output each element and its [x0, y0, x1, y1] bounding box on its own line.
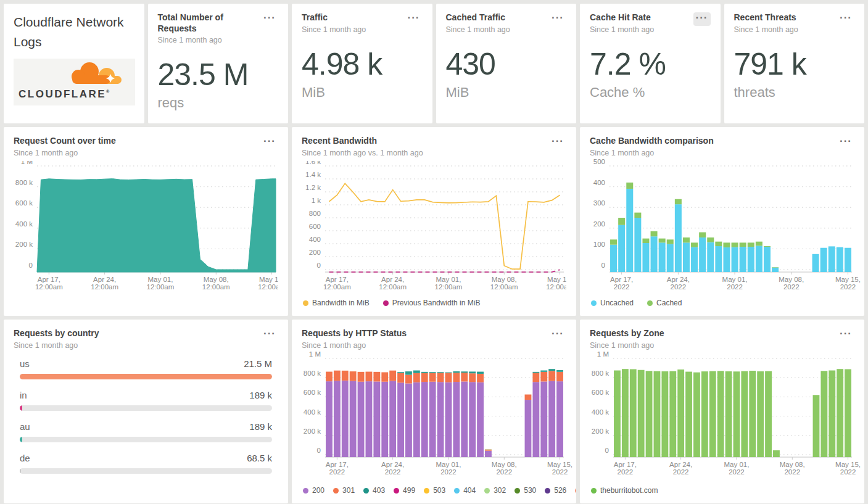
legend-dot-icon [647, 300, 653, 306]
stat-recent-threats: Recent Threats Since 1 month ago ··· 791… [724, 4, 865, 123]
legend-label: Cached [656, 299, 682, 307]
country-row: in189 k [20, 390, 272, 411]
panel-menu-button[interactable]: ··· [837, 328, 854, 342]
stat-traffic: Traffic Since 1 month ago ··· 4.98 k MiB [292, 4, 432, 123]
recent-bandwidth-panel: Recent Bandwidth Since 1 month ago vs. 1… [292, 127, 576, 316]
legend-label: 403 [373, 486, 385, 495]
svg-text:100: 100 [593, 241, 605, 248]
legend-label: Uncached [600, 299, 634, 307]
panel-title: Cache Hit Rate [590, 12, 654, 23]
country-value: 189 k [249, 390, 272, 400]
legend-dot-icon [383, 300, 389, 306]
legend-label: Previous Bandwidth in MiB [392, 299, 481, 307]
legend-label: 530 [524, 486, 536, 495]
legend-label: 200 [312, 486, 324, 495]
brand-panel: Cloudflare Network Logs CLOUDFLARE® [4, 4, 144, 123]
legend-label: 404 [463, 486, 476, 495]
recent-bandwidth-chart: 1.6 k1.4 k1.2 k1 k8006004002000Apr 17,12… [302, 161, 566, 291]
country-label: de [20, 453, 30, 463]
legend-item[interactable]: 301 [333, 486, 355, 495]
country-bar-fill [20, 468, 21, 474]
registered-mark: ® [106, 89, 109, 94]
country-bar-list: us21.5 Min189 kau189 kde68.5 k [14, 358, 278, 484]
panel-menu-button[interactable]: ··· [261, 136, 278, 149]
country-bar-track [20, 468, 272, 474]
zone-chart: 1 M800 k600 k400 k200 k0Apr 17,2022Apr 2… [590, 353, 854, 476]
legend-item[interactable]: 503 [424, 486, 445, 495]
panel-menu-button[interactable]: ··· [261, 12, 278, 26]
legend-item[interactable]: 403 [363, 486, 385, 495]
panel-menu-button[interactable]: ··· [261, 328, 278, 342]
country-bar-track [20, 437, 272, 442]
country-row: de68.5 k [20, 453, 272, 474]
chart-legend: UncachedCached [590, 296, 854, 307]
svg-text:400: 400 [309, 236, 321, 243]
svg-text:800 k: 800 k [304, 370, 321, 377]
svg-text:May 15,2022: May 15,2022 [835, 461, 861, 476]
panel-subtitle: Since 1 month ago [446, 25, 510, 34]
panel-menu-button[interactable]: ··· [837, 12, 854, 26]
svg-text:Apr 17,2022: Apr 17,2022 [326, 461, 349, 476]
cache-bandwidth-chart: 5004003002001000Apr 17,2022Apr 24,2022Ma… [590, 161, 854, 291]
svg-text:May 15,2022: May 15,2022 [835, 276, 861, 291]
svg-text:Apr 24,12:00am: Apr 24,12:00am [379, 276, 407, 291]
legend-item[interactable]: 530 [515, 486, 536, 495]
panel-subtitle: Since 1 month ago [590, 341, 664, 350]
svg-text:1.2 k: 1.2 k [305, 184, 321, 191]
svg-text:Apr 24,12:00am: Apr 24,12:00am [91, 276, 118, 291]
panel-subtitle: Since 1 month ago [158, 36, 262, 44]
legend-label: 503 [433, 486, 445, 495]
svg-text:Apr 17,2022: Apr 17,2022 [610, 276, 633, 291]
legend-item[interactable]: Previous Bandwidth in MiB [383, 299, 481, 307]
svg-text:May 08,2022: May 08,2022 [492, 461, 517, 476]
legend-item[interactable]: 302 [484, 486, 506, 495]
country-label: us [20, 358, 30, 369]
svg-text:May 01,12:00am: May 01,12:00am [435, 276, 463, 291]
legend-label: 499 [403, 486, 415, 495]
panel-menu-button[interactable]: ··· [837, 136, 854, 149]
svg-text:400 k: 400 k [15, 220, 33, 227]
legend-item[interactable]: 524 [575, 486, 576, 495]
stat-value: 791 k [734, 46, 855, 82]
legend-item[interactable]: 404 [454, 486, 476, 495]
stat-value: 7.2 % [590, 46, 711, 82]
svg-text:Apr 24,2022: Apr 24,2022 [667, 276, 690, 291]
legend-item[interactable]: theburritobot.com [591, 486, 658, 495]
legend-dot-icon [454, 488, 460, 494]
legend-item[interactable]: 200 [303, 486, 324, 495]
dashboard-title: Cloudflare Network Logs [14, 12, 131, 51]
legend-item[interactable]: Cached [647, 299, 682, 307]
svg-text:May 15,12:00am: May 15,12:00am [546, 276, 566, 291]
legend-item[interactable]: 526 [545, 486, 566, 495]
panel-menu-button[interactable]: ··· [549, 328, 566, 342]
svg-text:1.4 k: 1.4 k [305, 171, 321, 178]
legend-dot-icon [394, 488, 399, 494]
legend-dot-icon [363, 488, 369, 494]
panel-subtitle: Since 1 month ago [590, 25, 654, 34]
stat-unit: Cache % [590, 85, 711, 101]
panel-menu-button[interactable]: ··· [693, 12, 711, 26]
stat-total-requests: Total Number of Requests Since 1 month a… [148, 4, 289, 123]
panel-menu-button[interactable]: ··· [405, 12, 423, 26]
legend-label: 302 [494, 486, 506, 495]
legend-label: 526 [554, 486, 566, 495]
svg-text:800: 800 [309, 210, 321, 217]
country-bar-fill [20, 405, 22, 411]
svg-text:200 k: 200 k [15, 241, 33, 248]
legend-item[interactable]: Uncached [591, 299, 634, 307]
legend-dot-icon [484, 488, 490, 494]
panel-menu-button[interactable]: ··· [549, 136, 566, 149]
stat-unit: MiB [446, 85, 567, 101]
svg-text:May 01,2022: May 01,2022 [724, 461, 749, 476]
panel-menu-button[interactable]: ··· [549, 12, 566, 26]
panel-subtitle: Since 1 month ago [14, 341, 99, 350]
legend-label: 301 [342, 486, 355, 495]
legend-item[interactable]: 499 [394, 486, 415, 495]
legend-item[interactable]: Bandwidth in MiB [303, 299, 370, 307]
cache-bandwidth-panel: Cache Bandwidth comparison Since 1 month… [580, 127, 864, 316]
svg-text:0: 0 [601, 262, 605, 269]
country-row: au189 k [20, 421, 272, 442]
panel-title: Total Number of Requests [158, 12, 262, 34]
svg-text:200: 200 [309, 249, 321, 256]
svg-text:600 k: 600 k [592, 389, 609, 396]
